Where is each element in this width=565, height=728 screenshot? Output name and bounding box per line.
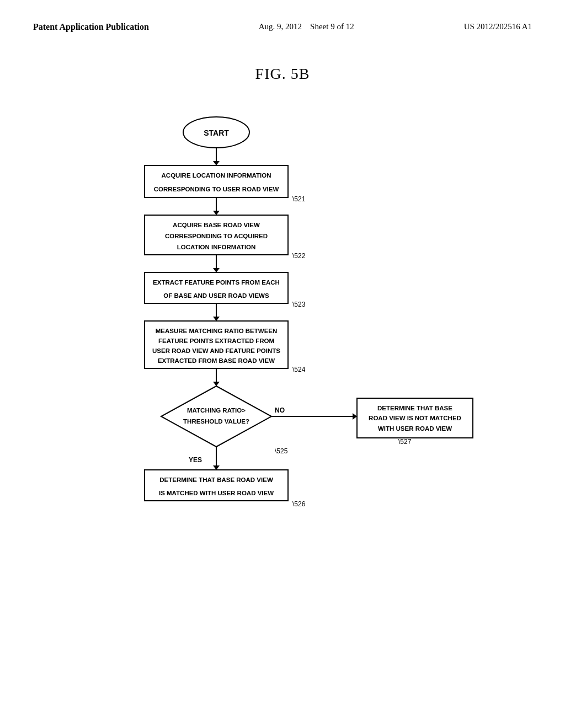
label-524: \524: [292, 366, 306, 373]
flowchart-svg: START ACQUIRE LOCATION INFORMATION CORRE…: [89, 110, 476, 552]
node-523-line1: EXTRACT FEATURE POINTS FROM EACH: [153, 279, 280, 286]
node-526-line2: IS MATCHED WITH USER ROAD VIEW: [159, 490, 274, 496]
node-524-line4: EXTRACTED FROM BASE ROAD VIEW: [158, 357, 275, 364]
label-521: \521: [292, 195, 306, 203]
label-525: \525: [275, 447, 288, 455]
label-523: \523: [292, 301, 306, 308]
node-527-line2: ROAD VIEW IS NOT MATCHED: [369, 415, 461, 421]
node-525-line2: THRESHOLD VALUE?: [183, 418, 249, 425]
svg-marker-8: [213, 268, 220, 272]
node-525-line1: MATCHING RATIO>: [187, 407, 246, 414]
node-521-line1: ACQUIRE LOCATION INFORMATION: [162, 172, 271, 179]
node-522-line3: LOCATION INFORMATION: [177, 244, 256, 250]
yes-label: YES: [189, 456, 202, 464]
node-527-line3: WITH USER ROAD VIEW: [378, 425, 452, 432]
node-523-line2: OF BASE AND USER ROAD VIEWS: [163, 292, 269, 299]
node-524-line3: USER ROAD VIEW AND FEATURE POINTS: [152, 347, 280, 354]
svg-marker-11: [213, 317, 220, 321]
svg-marker-15: [161, 386, 271, 447]
node-524-line1: MEASURE MATCHING RATIO BETWEEN: [156, 328, 278, 334]
header-center: Aug. 9, 2012 Sheet 9 of 12: [259, 22, 354, 31]
svg-marker-5: [213, 211, 220, 215]
label-527: \527: [398, 438, 412, 446]
sheet-info: Sheet 9 of 12: [310, 22, 354, 31]
node-527-line1: DETERMINE THAT BASE: [377, 405, 452, 411]
node-522-line2: CORRESPONDING TO ACQUIRED: [165, 233, 268, 239]
svg-marker-2: [213, 161, 220, 165]
node-524-line2: FEATURE POINTS EXTRACTED FROM: [158, 338, 274, 344]
node-522-line1: ACQUIRE BASE ROAD VIEW: [173, 222, 260, 228]
figure-title: FIG. 5B: [0, 65, 565, 83]
start-label: START: [204, 129, 229, 137]
node-526-line1: DETERMINE THAT BASE ROAD VIEW: [159, 477, 273, 483]
label-522: \522: [292, 252, 306, 260]
svg-marker-17: [213, 465, 220, 470]
svg-rect-3: [145, 165, 288, 197]
flowchart: START ACQUIRE LOCATION INFORMATION CORRE…: [89, 110, 476, 554]
page-header: Patent Application Publication Aug. 9, 2…: [0, 0, 565, 32]
label-526: \526: [292, 500, 306, 508]
node-521-line2: CORRESPONDING TO USER ROAD VIEW: [154, 186, 279, 192]
svg-marker-20: [353, 413, 357, 420]
patent-number: US 2012/202516 A1: [464, 22, 532, 31]
no-label: NO: [275, 406, 285, 414]
publication-label: Patent Application Publication: [33, 22, 149, 32]
publication-date: Aug. 9, 2012: [259, 22, 302, 31]
svg-marker-14: [213, 382, 220, 386]
